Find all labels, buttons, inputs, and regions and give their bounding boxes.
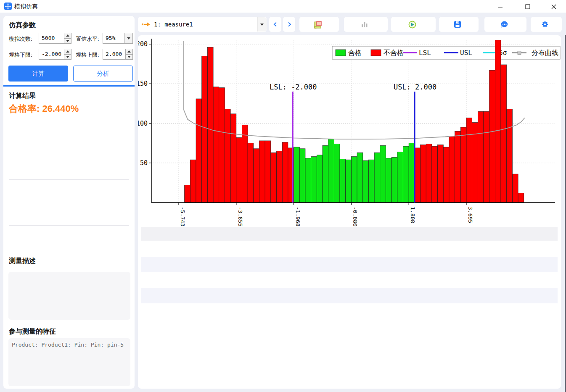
x-tick-label: -1.968 bbox=[295, 207, 301, 226]
histogram-bar bbox=[305, 158, 311, 203]
histogram-bar bbox=[328, 139, 334, 203]
histogram-bar bbox=[443, 147, 449, 203]
active-tab-indicator bbox=[3, 85, 135, 87]
histogram-bar bbox=[230, 114, 236, 203]
close-button[interactable] bbox=[547, 2, 561, 12]
histogram-bar bbox=[460, 127, 466, 203]
legend-label: 不合格 bbox=[384, 49, 404, 57]
spin-up-icon[interactable] bbox=[126, 49, 132, 54]
toolbar-button-info[interactable] bbox=[484, 17, 526, 32]
divider bbox=[9, 179, 129, 180]
histogram-bar bbox=[259, 141, 265, 203]
histogram-bar bbox=[368, 160, 374, 203]
pass-rate: 合格率: 26.440% bbox=[9, 103, 79, 115]
minimize-button[interactable] bbox=[493, 2, 508, 12]
histogram-bar bbox=[518, 193, 524, 203]
measure-arrow-icon bbox=[138, 21, 151, 27]
spin-up-icon[interactable] bbox=[64, 49, 71, 54]
table-row[interactable] bbox=[141, 272, 558, 288]
histogram-bar bbox=[426, 144, 432, 203]
measure-description-text bbox=[8, 272, 130, 279]
histogram-bar bbox=[484, 111, 489, 203]
histogram-bar bbox=[466, 118, 472, 203]
section-title-parameters: 仿真参数 bbox=[9, 21, 36, 30]
confidence-label: 置信水平: bbox=[76, 35, 99, 43]
sim-count-value[interactable]: 5000 bbox=[39, 33, 64, 43]
histogram-bar bbox=[334, 144, 340, 203]
histogram-bar bbox=[374, 153, 380, 203]
histogram-bar bbox=[277, 151, 283, 203]
section-title-description: 测量描述 bbox=[9, 257, 36, 266]
measured-features-box[interactable]: Product: Product1: Pin: Pin: pin-5 bbox=[8, 338, 130, 386]
histogram-bar bbox=[507, 109, 513, 203]
divider bbox=[9, 225, 129, 226]
histogram-bar bbox=[282, 142, 288, 203]
prev-button[interactable] bbox=[269, 17, 281, 32]
histogram-bar bbox=[213, 87, 219, 203]
y-tick-label: 100 bbox=[138, 120, 148, 127]
spin-down-icon[interactable] bbox=[64, 54, 71, 60]
histogram-bar bbox=[242, 125, 248, 203]
spin-down-icon[interactable] bbox=[64, 38, 71, 44]
histogram-bar bbox=[311, 157, 317, 203]
toolbar-button-measure-info[interactable] bbox=[299, 17, 339, 32]
histogram-bar bbox=[391, 158, 397, 203]
toolbar-button-gear[interactable] bbox=[531, 17, 562, 32]
confidence-select[interactable]: 95% bbox=[103, 33, 133, 44]
lsl-stepper[interactable]: -2.000 bbox=[39, 49, 71, 60]
table-body bbox=[141, 241, 558, 319]
legend-label: LSL bbox=[419, 49, 431, 57]
lsl-value[interactable]: -2.000 bbox=[39, 49, 64, 59]
confidence-value[interactable]: 95% bbox=[103, 33, 124, 43]
toolbar-button-bars bbox=[344, 17, 388, 32]
y-tick-label: 150 bbox=[138, 80, 148, 87]
usl-value[interactable]: 2.000 bbox=[103, 49, 125, 59]
legend-label: 合格 bbox=[348, 49, 362, 57]
histogram-bar bbox=[299, 149, 305, 203]
table-row[interactable] bbox=[141, 241, 558, 257]
histogram-bar bbox=[415, 148, 421, 203]
histogram-bar bbox=[248, 143, 254, 203]
usl-stepper[interactable]: 2.000 bbox=[103, 49, 133, 60]
calculate-button[interactable]: 计算 bbox=[8, 66, 68, 82]
spin-down-icon[interactable] bbox=[126, 54, 132, 60]
toolbar-button-play[interactable] bbox=[391, 17, 436, 32]
histogram-bar bbox=[478, 111, 484, 203]
histogram-bar bbox=[449, 136, 455, 203]
table-row[interactable] bbox=[141, 288, 558, 303]
chevron-down-icon[interactable] bbox=[124, 33, 132, 43]
chevron-down-icon[interactable] bbox=[257, 17, 267, 32]
toolbar-button-save[interactable] bbox=[439, 17, 479, 32]
measure-description-box[interactable] bbox=[8, 272, 130, 320]
x-tick-label: -0.080 bbox=[352, 207, 358, 226]
x-tick-label: -5.743 bbox=[180, 207, 186, 226]
sim-count-stepper[interactable]: 5000 bbox=[39, 33, 71, 44]
histogram-bar bbox=[323, 145, 328, 203]
maximize-button[interactable] bbox=[521, 2, 535, 12]
histogram-bar bbox=[317, 155, 323, 203]
measure-selector[interactable]: 1: measure1 bbox=[138, 17, 267, 32]
y-tick-label: 50 bbox=[140, 159, 148, 167]
next-button[interactable] bbox=[283, 17, 295, 32]
sim-count-label: 模拟次数: bbox=[9, 35, 32, 43]
bar-chart-icon bbox=[361, 21, 368, 28]
spin-up-icon[interactable] bbox=[64, 33, 71, 38]
usl-annotation: USL: 2.000 bbox=[394, 83, 436, 91]
table-row[interactable] bbox=[141, 303, 558, 319]
window-title: 模拟仿真 bbox=[14, 3, 38, 11]
section-title-features: 参与测量的特征 bbox=[9, 327, 56, 336]
legend-swatch bbox=[371, 50, 381, 56]
histogram-bar bbox=[236, 137, 242, 203]
measure-selector-value[interactable]: 1: measure1 bbox=[151, 21, 257, 28]
histogram-bar bbox=[357, 153, 363, 203]
histogram-bar bbox=[207, 47, 213, 203]
app-icon bbox=[4, 3, 12, 12]
legend-label: USL bbox=[460, 49, 472, 57]
histogram-bar bbox=[202, 56, 208, 203]
analyze-button[interactable]: 分析 bbox=[73, 66, 133, 82]
table-row[interactable] bbox=[141, 257, 558, 272]
table-header-row bbox=[141, 227, 558, 241]
lsl-annotation: LSL: -2.000 bbox=[270, 83, 317, 91]
pass-rate-value: 26.440% bbox=[42, 103, 79, 114]
histogram-bar bbox=[409, 143, 415, 203]
